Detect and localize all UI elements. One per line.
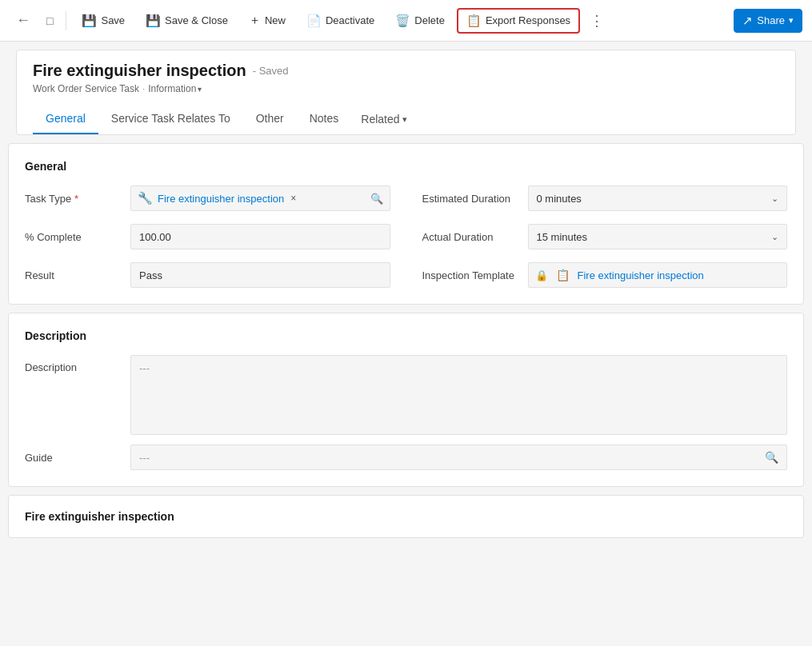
result-label: Result xyxy=(25,269,121,281)
toolbar-separator-1 xyxy=(66,11,66,30)
result-text: Pass xyxy=(139,269,162,281)
share-button[interactable]: ↗ Share ▾ xyxy=(734,9,802,33)
tab-bar: General Service Task Relates To Other No… xyxy=(33,104,779,134)
bottom-section: Fire extinguisher inspection xyxy=(8,495,804,538)
guide-row: Guide --- 🔍 xyxy=(25,445,787,470)
general-form-grid: Task Type 🔧 Fire extinguisher inspection… xyxy=(25,185,787,288)
tab-general[interactable]: General xyxy=(33,104,98,134)
export-icon: 📋 xyxy=(466,14,482,28)
task-type-clear-button[interactable]: × xyxy=(290,193,296,204)
save-button[interactable]: 💾 Save xyxy=(73,9,134,33)
save-icon: 💾 xyxy=(82,14,97,28)
actual-duration-row: Actual Duration 15 minutes ⌄ xyxy=(422,224,788,249)
result-row: Result Pass xyxy=(25,262,390,288)
task-type-link[interactable]: Fire extinguisher inspection xyxy=(158,193,284,205)
estimated-duration-dropdown[interactable]: 0 minutes ⌄ xyxy=(528,185,788,211)
estimated-duration-chevron-icon: ⌄ xyxy=(771,193,778,204)
percent-complete-field[interactable]: 100.00 xyxy=(130,224,390,249)
content-area: General Task Type 🔧 Fire extinguisher in… xyxy=(0,135,812,546)
saved-badge: - Saved xyxy=(253,65,289,77)
header-card: Fire extinguisher inspection - Saved Wor… xyxy=(16,50,796,135)
guide-search-icon[interactable]: 🔍 xyxy=(765,451,778,464)
tab-related[interactable]: Related ▾ xyxy=(351,104,416,134)
lock-icon: 🔒 xyxy=(535,269,548,281)
breadcrumb-info: Information xyxy=(148,83,196,94)
percent-complete-text: 100.00 xyxy=(139,231,171,243)
record-title: Fire extinguisher inspection - Saved xyxy=(33,62,779,80)
estimated-duration-value: 0 minutes ⌄ xyxy=(528,185,788,211)
inspection-template-row: Inspection Template 🔒 📋 Fire extinguishe… xyxy=(422,262,788,288)
delete-button[interactable]: 🗑️ Delete xyxy=(386,9,454,33)
bottom-section-title: Fire extinguisher inspection xyxy=(25,510,787,523)
estimated-duration-label: Estimated Duration xyxy=(422,193,518,205)
tab-service-task-relates-to[interactable]: Service Task Relates To xyxy=(98,104,243,134)
breadcrumb-chevron-icon: ▾ xyxy=(198,85,202,94)
new-button[interactable]: ＋ New xyxy=(240,8,294,33)
guide-label: Guide xyxy=(25,452,121,464)
percent-complete-label: % Complete xyxy=(25,231,121,243)
description-textarea[interactable]: --- xyxy=(130,355,787,435)
description-section-title: Description xyxy=(25,329,787,342)
general-section: General Task Type 🔧 Fire extinguisher in… xyxy=(8,143,804,305)
description-row: Description --- xyxy=(25,355,787,435)
general-section-title: General xyxy=(25,160,787,173)
actual-duration-dropdown[interactable]: 15 minutes ⌄ xyxy=(528,224,788,249)
actual-duration-label: Actual Duration xyxy=(422,231,518,243)
save-close-button[interactable]: 💾 Save & Close xyxy=(137,9,237,33)
estimated-duration-text: 0 minutes xyxy=(537,193,582,205)
title-text: Fire extinguisher inspection xyxy=(33,62,246,80)
save-close-icon: 💾 xyxy=(146,14,161,28)
export-responses-button[interactable]: 📋 Export Responses xyxy=(457,8,580,34)
description-label: Description xyxy=(25,355,121,373)
page-view-button[interactable]: □ xyxy=(40,11,59,30)
percent-complete-row: % Complete 100.00 xyxy=(25,224,390,249)
inspection-template-label: Inspection Template xyxy=(422,269,518,281)
task-type-icon: 🔧 xyxy=(138,191,153,205)
delete-icon: 🗑️ xyxy=(395,14,410,28)
task-type-search-icon[interactable]: 🔍 xyxy=(370,193,383,205)
more-options-button[interactable]: ⋮ xyxy=(583,9,610,33)
new-icon: ＋ xyxy=(249,13,261,28)
guide-field[interactable]: --- 🔍 xyxy=(130,445,787,470)
description-placeholder: --- xyxy=(139,362,150,374)
inspection-template-value: 🔒 📋 Fire extinguisher inspection xyxy=(528,262,788,288)
actual-duration-value: 15 minutes ⌄ xyxy=(528,224,788,249)
task-type-field[interactable]: 🔧 Fire extinguisher inspection × 🔍 xyxy=(130,185,390,211)
task-type-label: Task Type xyxy=(25,193,121,205)
share-icon: ↗ xyxy=(742,14,753,28)
deactivate-icon: 📄 xyxy=(306,14,322,28)
estimated-duration-row: Estimated Duration 0 minutes ⌄ xyxy=(422,185,788,211)
deactivate-button[interactable]: 📄 Deactivate xyxy=(298,9,383,33)
inspection-template-field: 🔒 📋 Fire extinguisher inspection xyxy=(528,262,788,288)
breadcrumb-part1[interactable]: Work Order Service Task xyxy=(33,83,139,94)
tab-other[interactable]: Other xyxy=(243,104,297,134)
result-field[interactable]: Pass xyxy=(130,262,390,288)
toolbar: ← □ 💾 Save 💾 Save & Close ＋ New 📄 Deacti… xyxy=(0,0,812,42)
guide-placeholder: --- xyxy=(139,452,150,464)
breadcrumb: Work Order Service Task · Information ▾ xyxy=(33,83,779,94)
description-value: --- xyxy=(130,355,787,435)
task-type-row: Task Type 🔧 Fire extinguisher inspection… xyxy=(25,185,390,211)
result-value: Pass xyxy=(130,262,390,288)
task-type-value: 🔧 Fire extinguisher inspection × 🔍 xyxy=(130,185,390,211)
breadcrumb-dropdown[interactable]: Information ▾ xyxy=(148,83,202,94)
inspection-template-icon: 📋 xyxy=(556,269,570,281)
breadcrumb-separator: · xyxy=(142,83,145,94)
description-section: Description Description --- Guide --- 🔍 xyxy=(8,313,804,487)
actual-duration-chevron-icon: ⌄ xyxy=(771,232,778,242)
inspection-template-link[interactable]: Fire extinguisher inspection xyxy=(578,269,704,281)
percent-complete-value: 100.00 xyxy=(130,224,390,249)
tab-notes[interactable]: Notes xyxy=(297,104,352,134)
back-button[interactable]: ← xyxy=(10,9,37,32)
actual-duration-text: 15 minutes xyxy=(537,231,588,243)
